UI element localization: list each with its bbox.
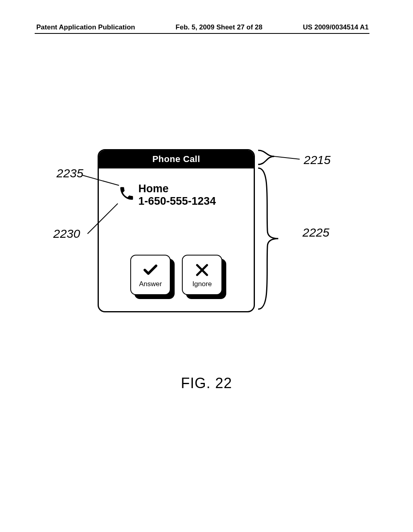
action-button-row: Answer Ignore [99,255,254,295]
caller-info-row: Home 1-650-555-1234 [118,183,254,208]
ref-2230: 2230 [53,227,80,241]
header-rule [35,33,369,34]
answer-button[interactable]: Answer [130,255,171,295]
ignore-button[interactable]: Ignore [182,255,222,295]
page-header: Patent Application Publication Feb. 5, 2… [0,23,413,31]
x-icon [194,262,211,278]
ref-2235: 2235 [56,166,83,180]
ignore-label: Ignore [192,280,212,288]
caller-number: 1-650-555-1234 [138,195,216,208]
answer-label: Answer [139,280,162,288]
header-left: Patent Application Publication [36,23,135,31]
ref-2225: 2225 [302,226,330,239]
dialog-title: Phone Call [99,150,254,168]
ref-2215: 2215 [304,153,331,167]
header-right: US 2009/0034514 A1 [303,23,369,31]
svg-line-0 [274,156,300,159]
lead-2235 [81,171,129,191]
caller-text: Home 1-650-555-1234 [138,183,216,208]
caller-label: Home [138,183,216,195]
svg-line-1 [83,175,119,185]
check-icon [142,262,159,278]
answer-button-wrap: Answer [130,255,171,295]
lead-2230 [86,202,126,238]
brace-2225 [256,166,305,315]
header-center: Feb. 5, 2009 Sheet 27 of 28 [175,23,262,31]
figure-label: FIG. 22 [0,375,413,392]
ignore-button-wrap: Ignore [182,255,222,295]
svg-line-2 [88,204,118,234]
